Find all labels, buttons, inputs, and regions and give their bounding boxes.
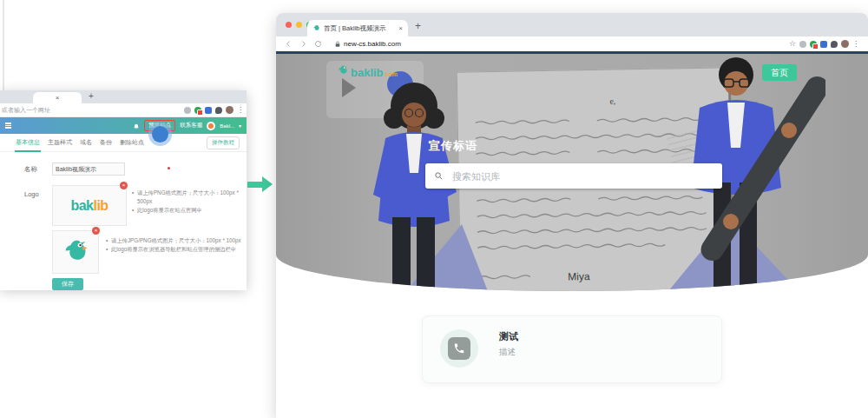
desktop: × + 或者输入一个网址 ⋮ 预览站点 联系客服 Bakl... [0, 0, 868, 418]
browser-toolbar: 或者输入一个网址 ⋮ [0, 103, 247, 117]
toolbar-icons: ⋮ [184, 106, 244, 114]
favicon-hints: 请上传JPG/PNG格式图片；尺寸大小：100px * 100px 此logo将… [106, 236, 245, 254]
site-logo-text: baklib [351, 66, 384, 79]
logo-hints: 请上传PNG格式图片；尺寸大小：100px * 500px 此logo将显示在站… [132, 189, 243, 215]
site-name-input[interactable] [52, 163, 125, 176]
phone-icon [448, 337, 470, 360]
address-bar[interactable]: new-cs.baklib.com [334, 40, 401, 48]
tutorial-button[interactable]: 操作教程 [207, 136, 240, 149]
forward-icon[interactable] [299, 40, 307, 48]
flow-arrow-icon [247, 176, 273, 193]
browser-toolbar: new-cs.baklib.com ☆ ⋮ [276, 36, 868, 51]
tab-delete-site[interactable]: 删除站点 [120, 138, 144, 147]
tab-close-icon[interactable]: × [56, 95, 60, 102]
site-browser-window: 首页 | Baklib视频演示 × + new-cs.baklib.com ☆ … [276, 13, 868, 418]
admin-browser-window: × + 或者输入一个网址 ⋮ 预览站点 联系客服 Bakl... [0, 90, 247, 289]
url-text: new-cs.baklib.com [344, 40, 401, 48]
extension-icon-blue[interactable] [205, 107, 212, 114]
knowledge-card[interactable]: 测试 描述 [422, 315, 722, 383]
tab-title: 首页 | Baklib视频演示 [324, 24, 395, 33]
hero-banner: baklib com [276, 54, 868, 291]
new-tab-button[interactable]: + [89, 91, 94, 101]
address-bar[interactable]: 或者输入一个网址 [0, 106, 50, 115]
close-window-icon[interactable] [286, 22, 292, 28]
site-logo[interactable]: baklib com [337, 64, 398, 79]
search-bar[interactable] [425, 163, 722, 189]
extension-icon-blue[interactable] [820, 41, 827, 48]
site-logo-suffix: com [385, 71, 398, 77]
extension-icon-green[interactable] [194, 107, 201, 114]
browser-tab[interactable]: × [33, 92, 82, 103]
extension-icon-grey[interactable] [184, 107, 191, 114]
back-icon[interactable] [285, 40, 293, 48]
card-description: 描述 [499, 347, 516, 358]
tab-close-icon[interactable]: × [398, 24, 403, 32]
reload-icon[interactable] [314, 40, 322, 48]
account-avatar[interactable] [207, 122, 215, 130]
tab-domain[interactable]: 域名 [80, 138, 92, 147]
favicon-bird-icon [312, 24, 320, 32]
tab-basic-info[interactable]: 基本信息 [16, 138, 40, 147]
extension-icon-grey[interactable] [799, 41, 806, 48]
extensions-pin-icon[interactable] [831, 41, 838, 48]
home-nav-button[interactable]: 首页 [762, 64, 797, 81]
name-label: 名称 [24, 165, 37, 174]
title-bar: 首页 | Baklib视频演示 × + [276, 13, 868, 36]
card-title: 测试 [499, 330, 518, 343]
browser-menu-icon[interactable]: ⋮ [237, 107, 244, 114]
logo-label: Logo [24, 190, 39, 198]
favicon-logo-upload[interactable] [52, 230, 99, 274]
settings-tabs: 基本信息 主题样式 域名 备份 删除站点 操作教程 [0, 134, 247, 152]
toolbar-icons: ☆ ⋮ [789, 40, 859, 48]
hero-slogan: 宣传标语 [429, 138, 477, 154]
site-settings-form: 名称 Logo baklib × 请上传PNG格式图片；尺寸大小：100px *… [0, 152, 247, 290]
bird-logo-icon [61, 237, 90, 267]
red-dot-marker [168, 167, 170, 169]
lock-icon [334, 41, 341, 48]
tab-strip: × + [0, 90, 247, 103]
extensions-pin-icon[interactable] [215, 107, 222, 114]
profile-avatar[interactable] [841, 40, 849, 48]
tab-theme-style[interactable]: 主题样式 [48, 138, 72, 147]
search-icon [434, 171, 444, 181]
new-tab-button[interactable]: + [415, 20, 421, 32]
site-logo-upload[interactable]: baklib [52, 185, 127, 226]
bird-logo-icon [337, 64, 349, 76]
minimize-window-icon[interactable] [296, 22, 302, 28]
account-label[interactable]: Bakl... [220, 123, 234, 129]
tab-backup[interactable]: 备份 [100, 138, 112, 147]
card-icon-circle [440, 329, 478, 368]
contact-support-link[interactable]: 联系客服 [180, 122, 202, 129]
admin-header: 预览站点 联系客服 Bakl... ▾ [0, 117, 247, 134]
browser-tab[interactable]: 首页 | Baklib视频演示 × [307, 20, 408, 36]
click-indicator [148, 123, 172, 146]
extension-icon-green[interactable] [810, 41, 817, 48]
save-button[interactable]: 保存 [52, 278, 83, 290]
profile-avatar[interactable] [226, 106, 233, 114]
search-input[interactable] [450, 170, 713, 182]
remove-favicon-icon[interactable]: × [92, 227, 100, 235]
bell-icon[interactable] [133, 123, 140, 129]
baklib-wordmark: baklib [70, 198, 108, 214]
remove-logo-icon[interactable]: × [120, 182, 128, 189]
menu-icon[interactable] [5, 122, 11, 129]
bookmark-star-icon[interactable]: ☆ [789, 40, 796, 48]
browser-menu-icon[interactable]: ⋮ [852, 41, 859, 48]
chevron-down-icon[interactable]: ▾ [239, 123, 241, 129]
